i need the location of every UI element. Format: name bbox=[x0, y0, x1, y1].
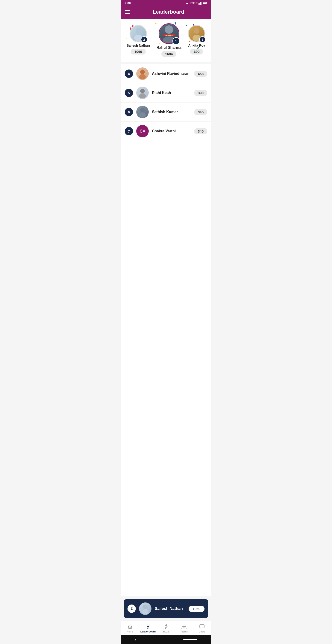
person-icon-4 bbox=[138, 68, 147, 79]
signal-icon bbox=[198, 2, 202, 4]
list-name-7: Chakra Varthi bbox=[152, 129, 191, 133]
current-user-icon bbox=[141, 603, 150, 614]
svg-rect-8 bbox=[203, 2, 206, 4]
current-user-avatar bbox=[139, 602, 152, 615]
wifi-icon bbox=[186, 2, 189, 4]
svg-point-11 bbox=[165, 26, 173, 34]
page-title: Leaderboard bbox=[130, 9, 207, 15]
podium-player-3: 3 Ankita Roy 690 bbox=[188, 25, 205, 57]
leaderboard-icon bbox=[145, 624, 151, 630]
list-avatar-6 bbox=[136, 106, 149, 118]
list-item: 7 CV Chakra Varthi 345 bbox=[121, 122, 211, 141]
list-name-5: Rishi Kesh bbox=[152, 91, 191, 95]
teams-icon bbox=[181, 624, 187, 630]
svg-rect-4 bbox=[200, 2, 201, 4]
score-pill-2: 1069 bbox=[131, 49, 146, 54]
player-name-2: Sailesh Nathan bbox=[127, 44, 150, 47]
svg-rect-5 bbox=[201, 2, 202, 4]
home-icon bbox=[127, 624, 133, 630]
header: Leaderboard bbox=[121, 6, 211, 19]
svg-point-26 bbox=[182, 625, 184, 627]
list-avatar-4 bbox=[136, 68, 149, 80]
svg-point-20 bbox=[139, 93, 146, 98]
back-button[interactable]: ‹ bbox=[135, 637, 136, 642]
current-user-score: 1069 bbox=[189, 606, 204, 612]
current-user-bar: 2 Sailesh Nathan 1069 bbox=[124, 599, 208, 618]
svg-point-27 bbox=[184, 625, 186, 627]
nav-label-teams: Teams bbox=[180, 630, 188, 633]
svg-point-18 bbox=[139, 74, 146, 79]
score-pill-1: 1684 bbox=[162, 51, 176, 57]
status-icons: LTE R bbox=[186, 2, 207, 5]
rank-circle-7: 7 bbox=[125, 127, 133, 135]
player-name-3: Ankita Roy bbox=[188, 44, 205, 47]
rank-circle-4: 4 bbox=[125, 70, 133, 78]
list-score-4: 458 bbox=[194, 71, 207, 77]
rank-badge-2: 2 bbox=[141, 36, 147, 43]
lte-label: LTE R bbox=[190, 2, 198, 5]
list-avatar-5 bbox=[136, 86, 149, 99]
current-user-name: Sailesh Nathan bbox=[155, 606, 185, 611]
svg-point-21 bbox=[140, 108, 145, 112]
avatar-wrapper-3: 3 bbox=[188, 25, 205, 42]
svg-text:Supreme: Supreme bbox=[165, 34, 173, 36]
list-score-5: 390 bbox=[194, 90, 207, 96]
list-avatar-7: CV bbox=[136, 125, 149, 138]
list-score-7: 345 bbox=[194, 128, 207, 134]
svg-point-17 bbox=[140, 70, 145, 74]
person-icon-5 bbox=[138, 87, 147, 98]
player-name-1: Rahul Sharma bbox=[157, 46, 181, 50]
svg-point-23 bbox=[143, 604, 148, 609]
nav-item-leaderboard[interactable]: Leaderboard bbox=[139, 623, 157, 634]
list-name-4: Ashwini Ravindharan bbox=[152, 72, 191, 76]
menu-button[interactable] bbox=[125, 10, 130, 14]
nav-label-home: Home bbox=[127, 630, 133, 633]
nav-item-home[interactable]: Home bbox=[121, 623, 139, 634]
system-nav-bar: ‹ bbox=[121, 635, 211, 644]
nav-label-chats: Chats bbox=[199, 630, 205, 633]
bottom-nav: Home Leaderboard Buzz bbox=[121, 621, 211, 635]
nav-item-buzz[interactable]: Buzz bbox=[157, 623, 175, 634]
time: 9:00 bbox=[125, 2, 131, 5]
svg-point-22 bbox=[139, 112, 146, 118]
rank-badge-1: 1 bbox=[172, 37, 180, 44]
avatar-wrapper-1: Supreme 1 bbox=[159, 23, 179, 44]
list-item: 4 Ashwini Ravindharan 458 bbox=[121, 64, 211, 83]
svg-rect-28 bbox=[200, 624, 204, 628]
leaderboard-list: 4 Ashwini Ravindharan 458 5 Rishi Kesh 3… bbox=[121, 64, 211, 596]
person-icon-6 bbox=[138, 106, 147, 118]
nav-label-leaderboard: Leaderboard bbox=[140, 630, 156, 633]
list-item: 5 Rishi Kesh 390 bbox=[121, 83, 211, 102]
podium-player-1: Supreme 1 Rahul Sharma 1684 bbox=[157, 23, 181, 57]
svg-point-15 bbox=[194, 28, 199, 34]
nav-item-chats[interactable]: Chats bbox=[193, 623, 211, 634]
podium-player-2: 2 Sailesh Nathan 1069 bbox=[127, 25, 150, 57]
buzz-icon bbox=[163, 624, 169, 630]
score-pill-3: 690 bbox=[190, 49, 203, 54]
svg-point-19 bbox=[140, 89, 145, 93]
rank-circle-5: 5 bbox=[125, 89, 133, 97]
list-name-6: Sathish Kumar bbox=[152, 110, 191, 114]
svg-rect-7 bbox=[207, 3, 207, 4]
current-user-rank: 2 bbox=[128, 604, 136, 613]
rank-badge-3: 3 bbox=[199, 36, 206, 43]
svg-point-24 bbox=[142, 609, 149, 614]
list-item: 6 Sathish Kumar 345 bbox=[121, 102, 211, 122]
podium-row: 2 Sailesh Nathan 1069 Supreme bbox=[123, 23, 209, 57]
nav-item-teams[interactable]: Teams bbox=[175, 623, 193, 634]
status-bar: 9:00 LTE R bbox=[121, 0, 211, 6]
rank-circle-6: 6 bbox=[125, 108, 133, 116]
podium-section: 2 Sailesh Nathan 1069 Supreme bbox=[121, 19, 211, 62]
home-indicator[interactable] bbox=[183, 639, 197, 640]
svg-point-9 bbox=[136, 28, 141, 34]
chats-icon bbox=[199, 624, 205, 630]
list-score-6: 345 bbox=[194, 109, 207, 115]
nav-label-buzz: Buzz bbox=[163, 630, 169, 633]
svg-rect-2 bbox=[198, 3, 199, 4]
avatar-wrapper-2: 2 bbox=[130, 25, 147, 42]
svg-rect-3 bbox=[199, 3, 200, 4]
battery-icon bbox=[203, 2, 207, 4]
